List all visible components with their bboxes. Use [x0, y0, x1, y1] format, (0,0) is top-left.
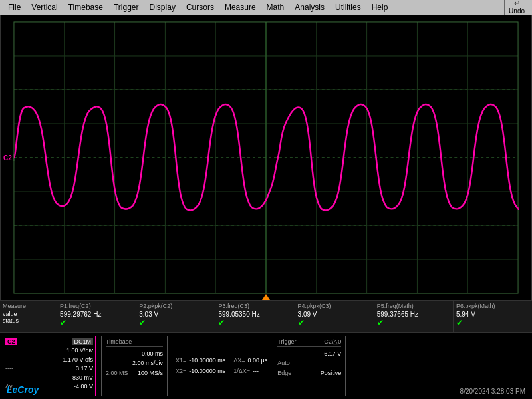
timebase-box: Timebase 0.00 ms 2.00 ms/div 2.00 MS 100… — [101, 336, 168, 396]
menu-analysis[interactable]: Analysis — [289, 1, 330, 13]
menu-cursors[interactable]: Cursors — [181, 1, 219, 13]
measure-value-label: value — [3, 311, 54, 317]
trig-key-2: Edge — [277, 368, 291, 378]
measure-status-label: status — [3, 317, 54, 324]
x2-row: X2= -10.00000 ms 1/ΔX= --- — [176, 366, 267, 376]
tb-row-1: 2.00 ms/div — [106, 358, 163, 368]
x-cursor-readouts: X1= -10.00000 ms ΔX= 0.00 μs X2= -10.000… — [170, 336, 273, 396]
measure-title: Measure — [3, 303, 54, 309]
measure-p5-value: 599.37665 Hz — [377, 311, 450, 318]
measure-p5-check: ✔ — [377, 318, 450, 327]
ch-info-header: C2 DC1M — [5, 338, 93, 345]
measure-p1-value: 599.29762 Hz — [60, 311, 133, 318]
menu-vertical[interactable]: Vertical — [26, 1, 63, 13]
measure-p6-value: 5.94 V — [456, 311, 529, 318]
dx-key: ΔX= — [233, 356, 245, 366]
measure-p2: P2:pkpk(C2) 3.03 V ✔ — [136, 301, 215, 332]
waveform — [1, 15, 531, 300]
measure-p4: P4:pkpk(C3) 3.09 V ✔ — [295, 301, 374, 332]
measure-p1-header: P1:freq(C2) — [60, 303, 133, 309]
x2-val: -10.00000 ms — [189, 366, 225, 376]
trigger-title: Trigger — [277, 338, 296, 345]
measure-p3-value: 599.05350 Hz — [218, 311, 291, 318]
cursor-marker — [262, 294, 270, 300]
ch-key-2: ---- — [5, 364, 13, 374]
trigger-box: Trigger C2/△0 6.17 V Auto Edge Positive — [273, 336, 346, 396]
measure-p4-header: P4:pkpk(C3) — [298, 303, 371, 309]
ch-val-4: -4.00 V — [74, 382, 93, 392]
menu-utilities[interactable]: Utilities — [330, 1, 366, 13]
lecroy-logo: LeCroy — [7, 384, 39, 395]
menu-measure[interactable]: Measure — [219, 1, 261, 13]
trig-row-1: Auto — [277, 358, 341, 368]
timebase-header: Timebase — [106, 338, 163, 347]
trigger-ch: C2/△0 — [324, 338, 341, 345]
measure-p2-check: ✔ — [139, 318, 212, 327]
measure-p2-header: P2:pkpk(C2) — [139, 303, 212, 309]
ch-row-0: 1.00 V/div — [5, 346, 93, 356]
trig-val-2: Positive — [321, 368, 342, 378]
menu-help[interactable]: Help — [366, 1, 394, 13]
x1-val: -10.00000 ms — [189, 356, 225, 366]
trig-row-0: 6.17 V — [277, 349, 341, 358]
menu-display[interactable]: Display — [144, 1, 181, 13]
dx-val: 0.00 μs — [248, 356, 268, 366]
bottom-panel: C2 DC1M 1.00 V/div -1.170 V ofs ---- 3.1… — [0, 332, 532, 399]
ch-row-3: ---- -830 mV — [5, 374, 93, 383]
measure-p1-check: ✔ — [60, 318, 133, 327]
measure-p4-value: 3.09 V — [298, 311, 371, 318]
menu-timebase[interactable]: Timebase — [63, 1, 108, 13]
measure-label-col: Measure value status — [0, 301, 57, 332]
inv-dx-key: 1/ΔX= — [233, 366, 250, 376]
ch-row-2: ---- 3.17 V — [5, 364, 93, 374]
oscilloscope-screen: C2 — [0, 15, 532, 301]
measure-p5-header: P5:freq(Math) — [377, 303, 450, 309]
tb-row-2: 2.00 MS 100 MS/s — [106, 368, 163, 378]
inv-dx-val: --- — [253, 366, 259, 376]
tb-val-1: 2.00 ms/div — [132, 358, 163, 368]
measure-p6-header: P6:pkpk(Math) — [456, 303, 529, 309]
timestamp: 8/20/2024 3:28:03 PM — [460, 388, 525, 395]
ch-val-1: -1.170 V ofs — [61, 356, 93, 365]
x2-key: X2= — [176, 366, 186, 376]
tb-val-2: 100 MS/s — [138, 368, 163, 378]
measure-bar: Measure value status P1:freq(C2) 599.297… — [0, 301, 532, 332]
menu-trigger[interactable]: Trigger — [108, 1, 144, 13]
ch-row-1: -1.170 V ofs — [5, 356, 93, 365]
ch-key-3: ---- — [5, 374, 13, 383]
ch-val-0: 1.00 V/div — [66, 346, 93, 356]
measure-p6: P6:pkpk(Math) 5.94 V ✔ — [454, 301, 532, 332]
x1-row: X1= -10.00000 ms ΔX= 0.00 μs — [176, 356, 267, 366]
measure-p4-check: ✔ — [298, 318, 371, 327]
trigger-header: Trigger C2/△0 — [277, 338, 341, 347]
measure-p1: P1:freq(C2) 599.29762 Hz ✔ — [57, 301, 136, 332]
measure-p3-check: ✔ — [218, 318, 291, 327]
menu-bar: File Vertical Timebase Trigger Display C… — [0, 0, 532, 15]
measure-p3: P3:freq(C3) 599.05350 Hz ✔ — [215, 301, 295, 332]
ch-val-2: 3.17 V — [76, 364, 93, 374]
dc-coupling-badge: DC1M — [72, 338, 93, 345]
tb-key-2: 2.00 MS — [106, 368, 128, 378]
trig-key-1: Auto — [277, 358, 290, 368]
ch-val-3: -830 mV — [70, 374, 93, 383]
trig-row-2: Edge Positive — [277, 368, 341, 378]
menu-math[interactable]: Math — [261, 1, 290, 13]
channel-badge: C2 — [5, 338, 17, 345]
menu-file[interactable]: File — [3, 1, 26, 13]
trig-val-0: 6.17 V — [324, 349, 341, 358]
measure-p5: P5:freq(Math) 599.37665 Hz ✔ — [374, 301, 454, 332]
measure-p3-header: P3:freq(C3) — [218, 303, 291, 309]
tb-row-0: 0.00 ms — [106, 349, 163, 358]
channel-label: C2 — [3, 154, 12, 162]
measure-p2-value: 3.03 V — [139, 311, 212, 318]
x1-key: X1= — [176, 356, 186, 366]
measure-p6-check: ✔ — [456, 318, 529, 327]
tb-val-0: 0.00 ms — [142, 349, 163, 358]
